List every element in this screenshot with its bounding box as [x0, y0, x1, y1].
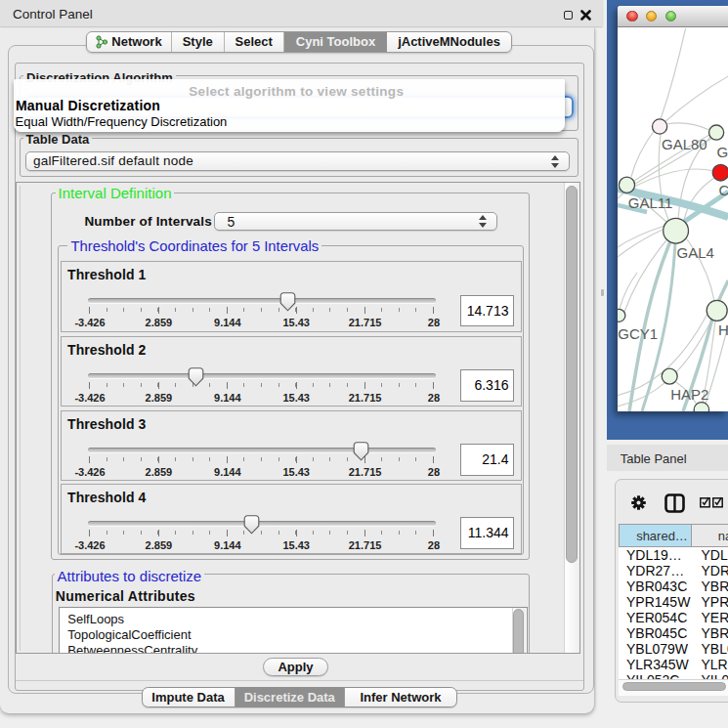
svg-text:C: C — [718, 182, 728, 198]
svg-text:GCY1: GCY1 — [618, 324, 658, 341]
svg-text:HAP2: HAP2 — [670, 385, 708, 402]
svg-text:GAL80: GAL80 — [662, 135, 707, 151]
svg-text:GAL4: GAL4 — [676, 244, 713, 261]
svg-text:G.: G. — [716, 143, 728, 159]
svg-text:GAL11: GAL11 — [627, 193, 672, 210]
svg-text:H: H — [718, 321, 728, 338]
